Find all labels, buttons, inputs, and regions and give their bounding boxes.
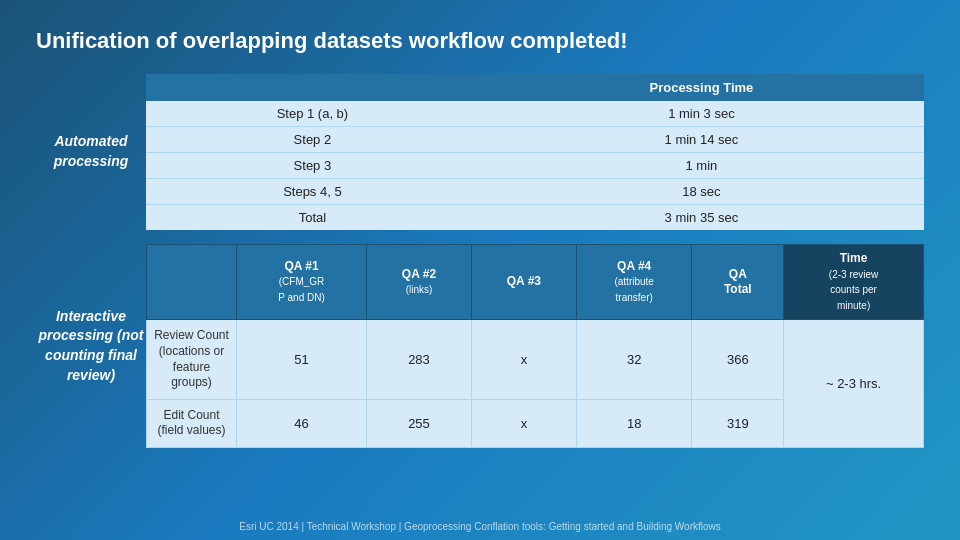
qa-col-3: QA #3 [471,245,576,320]
slide-title: Unification of overlapping datasets work… [36,28,924,54]
qa-table-wrap: QA #1(CFM_GRP and DN) QA #2(links) QA #3… [146,244,924,448]
qa-table: QA #1(CFM_GRP and DN) QA #2(links) QA #3… [146,244,924,448]
proc-step-label: Step 3 [146,153,479,179]
qa-col-4: QA #4(attributetransfer) [576,245,692,320]
qa-cell-qa2: 283 [367,320,472,399]
table-row: Step 21 min 14 sec [146,127,924,153]
qa-col-2: QA #2(links) [367,245,472,320]
qa-cell-qa1: 51 [237,320,367,399]
slide: Unification of overlapping datasets work… [0,0,960,540]
table-row: Steps 4, 518 sec [146,179,924,205]
proc-step-label: Total [146,205,479,231]
proc-step-label: Step 1 (a, b) [146,101,479,127]
qa-table-body: Review Count(locations orfeature groups)… [147,320,924,448]
qa-cell-qa4: 18 [576,399,692,447]
qa-cell-qa2: 255 [367,399,472,447]
proc-step-value: 1 min 14 sec [479,127,924,153]
qa-section: Interactive processing (not counting fin… [36,244,924,448]
proc-step-value: 18 sec [479,179,924,205]
table-row: Step 31 min [146,153,924,179]
interactive-label: Interactive processing (not counting fin… [36,244,146,448]
qa-row-label: Edit Count(field values) [147,399,237,447]
proc-step-value: 3 min 35 sec [479,205,924,231]
qa-cell-qa3: x [471,320,576,399]
qa-col-1: QA #1(CFM_GRP and DN) [237,245,367,320]
proc-step-value: 1 min [479,153,924,179]
processing-table-body: Step 1 (a, b)1 min 3 secStep 21 min 14 s… [146,101,924,230]
top-section: Automated processing Processing Time Ste… [36,74,924,230]
processing-table: Processing Time Step 1 (a, b)1 min 3 sec… [146,74,924,230]
table-row: Review Count(locations orfeature groups)… [147,320,924,399]
qa-cell-qa1: 46 [237,399,367,447]
qa-col-total: QATotal [692,245,784,320]
qa-cell-qa_total: 366 [692,320,784,399]
table-row: Total3 min 35 sec [146,205,924,231]
qa-col-time: Time(2-3 reviewcounts perminute) [784,245,924,320]
qa-time-value: ~ 2-3 hrs. [784,320,924,448]
qa-row-label: Review Count(locations orfeature groups) [147,320,237,399]
proc-step-value: 1 min 3 sec [479,101,924,127]
footer: Esri UC 2014 | Technical Workshop | Geop… [0,521,960,532]
qa-cell-qa3: x [471,399,576,447]
table-row: Step 1 (a, b)1 min 3 sec [146,101,924,127]
proc-col-step [146,74,479,101]
proc-col-time: Processing Time [479,74,924,101]
proc-step-label: Steps 4, 5 [146,179,479,205]
qa-col-empty [147,245,237,320]
auto-label: Automated processing [36,74,146,230]
processing-table-wrap: Processing Time Step 1 (a, b)1 min 3 sec… [146,74,924,230]
proc-step-label: Step 2 [146,127,479,153]
qa-cell-qa4: 32 [576,320,692,399]
qa-cell-qa_total: 319 [692,399,784,447]
